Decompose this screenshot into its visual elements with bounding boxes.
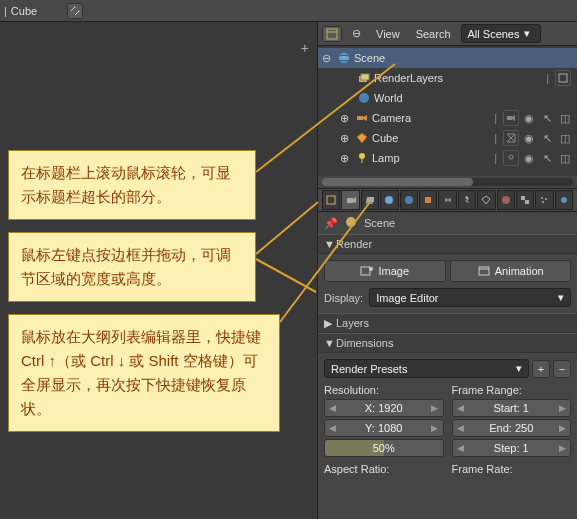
tooltip-3: 鼠标放在大纲列表编辑器里，快捷键 Ctrl ↑（或 Ctrl ↓ 或 Shift… (8, 314, 280, 432)
tab-world[interactable] (400, 190, 418, 210)
dimensions-panel-header[interactable]: ▼ Dimensions (318, 333, 577, 353)
item-label[interactable]: Camera (372, 112, 490, 124)
tree-row[interactable]: RenderLayers | (318, 68, 577, 88)
display-dropdown[interactable]: Image Editor ▾ (369, 288, 571, 307)
panel-title: Render (336, 238, 372, 250)
eye-icon[interactable]: ◉ (521, 130, 537, 146)
render-image-button[interactable]: Image (324, 260, 446, 282)
svg-point-11 (359, 153, 365, 159)
svg-rect-4 (327, 29, 337, 39)
svg-point-27 (561, 197, 567, 203)
render-panel-header[interactable]: ▼ Render (318, 234, 577, 254)
tab-material[interactable] (497, 190, 515, 210)
svg-line-1 (256, 202, 318, 254)
mesh-data-icon[interactable] (503, 130, 519, 146)
view-menu[interactable]: View (370, 28, 406, 40)
svg-point-25 (545, 198, 547, 200)
item-label[interactable]: RenderLayers (374, 72, 542, 84)
tab-scene[interactable] (380, 190, 398, 210)
search-menu[interactable]: Search (410, 28, 457, 40)
resolution-y-field[interactable]: ◀Y: 1080▶ (324, 419, 444, 437)
filter-value: All Scenes (468, 28, 520, 40)
eye-icon[interactable]: ◉ (521, 150, 537, 166)
increment-icon[interactable]: ▶ (559, 443, 566, 453)
disclosure-icon[interactable]: ⊕ (340, 112, 352, 125)
decrement-icon[interactable]: ◀ (457, 403, 464, 413)
tree-row[interactable]: ⊕ Cube | ◉ ↖ ◫ (318, 128, 577, 148)
decrement-icon[interactable]: ◀ (457, 443, 464, 453)
svg-point-30 (369, 267, 373, 271)
item-label[interactable]: World (374, 92, 573, 104)
tree-row[interactable]: World (318, 88, 577, 108)
frame-start-field[interactable]: ◀Start: 1▶ (452, 399, 572, 417)
item-label[interactable]: Cube (372, 132, 490, 144)
svg-point-26 (542, 201, 544, 203)
remove-preset-button[interactable]: − (553, 360, 571, 378)
svg-point-13 (509, 155, 513, 159)
tab-object[interactable] (419, 190, 437, 210)
tree-scene-row[interactable]: ⊖ Scene (318, 48, 577, 68)
resolution-x-field[interactable]: ◀X: 1920▶ (324, 399, 444, 417)
cursor-icon[interactable]: ↖ (539, 110, 555, 126)
collapse-icon[interactable]: ⊖ (346, 26, 366, 42)
3d-viewport[interactable]: + 在标题栏上滚动鼠标滚轮，可显示标题栏超长的部分。 鼠标左键点按边框并拖动，可… (0, 22, 317, 519)
editor-type-icon[interactable] (322, 26, 342, 42)
svg-point-18 (385, 196, 393, 204)
btn-label: Animation (495, 265, 544, 277)
decrement-icon[interactable]: ◀ (329, 423, 336, 433)
increment-icon[interactable]: ▶ (559, 403, 566, 413)
tab-constraints[interactable] (438, 190, 456, 210)
scrollbar-thumb[interactable] (322, 178, 473, 186)
increment-icon[interactable]: ▶ (559, 423, 566, 433)
render-icon[interactable]: ◫ (557, 110, 573, 126)
camera-data-icon[interactable] (503, 110, 519, 126)
tab-physics[interactable] (555, 190, 573, 210)
frame-end-field[interactable]: ◀End: 250▶ (452, 419, 572, 437)
disclosure-icon[interactable]: ⊕ (340, 152, 352, 165)
resolution-percent-field[interactable]: 50% (324, 439, 444, 457)
scene-icon (336, 50, 352, 66)
panel-title: Layers (336, 317, 369, 329)
tab-texture[interactable] (516, 190, 534, 210)
horizontal-scrollbar[interactable] (322, 178, 573, 186)
render-animation-button[interactable]: Animation (450, 260, 572, 282)
decrement-icon[interactable]: ◀ (329, 403, 336, 413)
cursor-icon[interactable]: ↖ (539, 130, 555, 146)
expand-icon[interactable] (67, 3, 83, 19)
render-icon[interactable]: ◫ (557, 150, 573, 166)
cursor-icon[interactable]: ↖ (539, 150, 555, 166)
filter-dropdown[interactable]: All Scenes ▾ (461, 24, 541, 43)
increment-icon[interactable]: ▶ (431, 403, 438, 413)
tab-renderlayers[interactable] (361, 190, 379, 210)
display-label: Display: (324, 292, 363, 304)
properties-tabs (318, 188, 577, 212)
tab-particles[interactable] (535, 190, 553, 210)
render-icon[interactable]: ◫ (557, 130, 573, 146)
tab-modifiers[interactable] (458, 190, 476, 210)
pipe-divider: | (4, 5, 7, 17)
increment-icon[interactable]: ▶ (431, 423, 438, 433)
add-preset-button[interactable]: + (532, 360, 550, 378)
tab-editor-type[interactable] (322, 190, 340, 210)
renderlayer-sub-icon[interactable] (555, 70, 571, 86)
tab-render[interactable] (341, 190, 359, 210)
tree-row[interactable]: ⊕ Lamp | ◉ ↖ ◫ (318, 148, 577, 168)
item-label[interactable]: Lamp (372, 152, 490, 164)
scene-label[interactable]: Scene (354, 52, 573, 64)
pin-icon[interactable]: 📌 (324, 217, 338, 230)
svg-point-24 (541, 197, 543, 199)
outliner-tree[interactable]: ⊖ Scene RenderLayers | W (318, 46, 577, 176)
layers-panel-header[interactable]: ▶ Layers (318, 313, 577, 333)
plus-icon[interactable]: + (301, 40, 309, 56)
tree-row[interactable]: ⊕ Camera | ◉ ↖ ◫ (318, 108, 577, 128)
frame-step-field[interactable]: ◀Step: 1▶ (452, 439, 572, 457)
tab-data[interactable] (477, 190, 495, 210)
breadcrumb-label: Scene (364, 217, 395, 229)
disclosure-icon[interactable]: ⊕ (340, 132, 352, 145)
lamp-data-icon[interactable] (503, 150, 519, 166)
eye-icon[interactable]: ◉ (521, 110, 537, 126)
decrement-icon[interactable]: ◀ (457, 423, 464, 433)
svg-line-2 (256, 259, 316, 292)
render-presets-dropdown[interactable]: Render Presets ▾ (324, 359, 529, 378)
disclosure-icon[interactable]: ⊖ (322, 52, 334, 65)
